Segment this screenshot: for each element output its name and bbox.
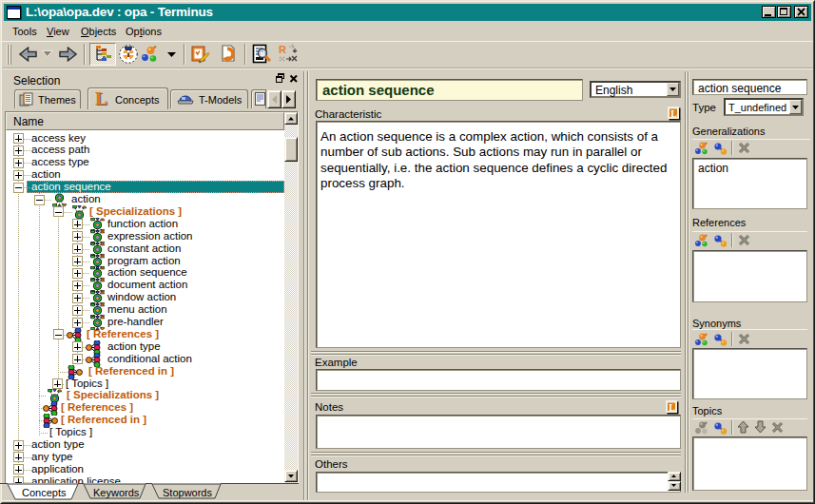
svg-text:R: R xyxy=(279,44,286,55)
